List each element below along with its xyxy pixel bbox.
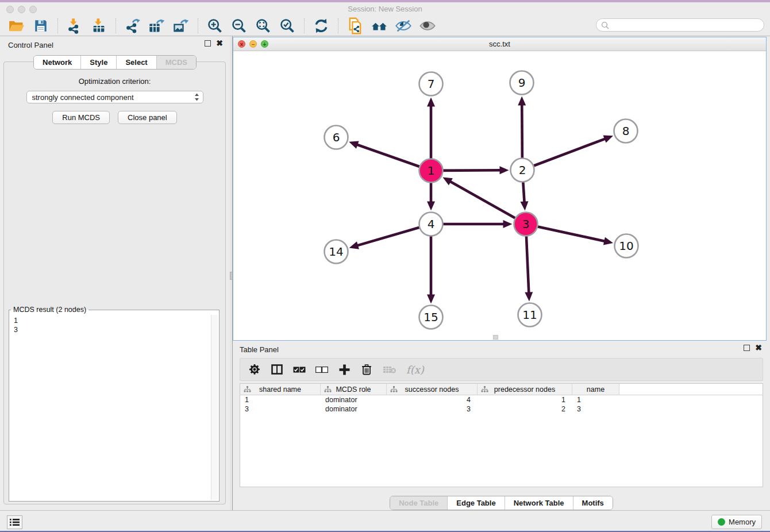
delete-columns-icon[interactable] [360,363,373,376]
show-columns-icon[interactable] [271,363,283,376]
search-icon [601,21,609,29]
import-network-icon[interactable] [66,17,83,34]
tab-select[interactable]: Select [117,56,156,69]
export-image-icon[interactable] [172,17,190,34]
table-cell[interactable]: 3 [572,404,619,414]
app-titlebar: Session: New Session [0,2,770,16]
float-table-panel-icon[interactable] [744,345,750,351]
graph-node-8[interactable]: 8 [614,119,638,143]
graph-edge-arrowhead [503,220,513,228]
table-cell[interactable]: 3 [387,404,478,414]
table-row[interactable]: 1dominator411 [240,395,763,404]
table-cell[interactable]: 2 [478,404,572,414]
toolbar-separator [198,18,198,33]
graph-edge-3-1[interactable] [449,180,526,224]
table-toolbar: f(x) [240,358,763,381]
table-cell[interactable]: 1 [240,395,321,404]
column-header-successor-nodes[interactable]: successor nodes [387,384,478,395]
close-panel-icon[interactable]: ✖ [216,40,223,47]
status-bar: Memory [0,510,770,532]
open-session-icon[interactable] [8,17,25,34]
mcds-result-title: MCDS result (2 nodes) [11,306,88,314]
table-row[interactable]: 3dominator323 [240,404,763,414]
canvas-scrollbar-handle[interactable] [493,335,498,340]
column-header-MCDS-role[interactable]: MCDS role [321,384,387,395]
close-panel-button[interactable]: Close panel [118,111,177,124]
table-cell[interactable]: 3 [240,404,321,414]
table-cell[interactable]: 4 [387,395,478,404]
run-mcds-button[interactable]: Run MCDS [52,111,110,124]
graph-node-10[interactable]: 10 [615,234,638,258]
table-cell[interactable]: dominator [321,395,387,404]
export-table-icon[interactable] [148,17,165,34]
graph-node-1[interactable]: 1 [419,159,443,183]
float-panel-icon[interactable] [205,40,211,47]
graph-node-9[interactable]: 9 [510,71,534,95]
graph-edge-arrowhead [603,237,613,245]
table-cell[interactable]: 1 [572,395,619,404]
zoom-fit-icon[interactable] [255,17,272,34]
table-mode-gear-icon[interactable] [248,363,261,376]
save-session-icon[interactable] [32,17,49,34]
graph-node-11[interactable]: 11 [518,303,542,327]
search-input[interactable] [596,18,764,32]
tab-edge-table[interactable]: Edge Table [448,496,505,510]
graph-node-7[interactable]: 7 [419,72,443,96]
graph-node-6[interactable]: 6 [325,126,348,149]
table-cell[interactable]: 1 [478,395,572,404]
new-network-icon[interactable] [124,17,141,34]
network-window-titlebar[interactable]: × – + scc.txt [233,37,766,51]
graph-node-2[interactable]: 2 [511,159,534,182]
table-cell[interactable]: dominator [321,404,387,414]
show-all-eye-icon[interactable] [419,17,436,34]
create-column-icon[interactable] [338,363,351,376]
column-header-label: MCDS role [336,385,371,394]
select-all-rows-icon[interactable] [293,363,306,376]
memory-button[interactable]: Memory [711,515,762,529]
tab-mcds[interactable]: MCDS [157,56,196,69]
zoom-out-icon[interactable] [230,17,248,34]
deselect-all-rows-icon[interactable] [315,363,328,376]
network-window: × – + scc.txt 7968124314101511 [233,37,767,341]
tab-style[interactable]: Style [81,56,117,69]
hide-selected-eye-icon[interactable] [395,17,412,34]
network-canvas[interactable]: 7968124314101511 [233,51,766,340]
table-rows: 1dominator4113dominator323 [240,395,763,414]
tab-motifs[interactable]: Motifs [573,496,613,510]
graph-edge-arrowhead [349,141,359,148]
graph-node-3[interactable]: 3 [514,213,538,236]
graph-node-14[interactable]: 14 [325,240,348,264]
graph-node-label: 8 [622,124,630,138]
network-graph[interactable]: 7968124314101511 [233,51,766,340]
shared-column-icon [324,385,332,393]
zoom-in-icon[interactable] [206,17,224,34]
graph-edge-arrowhead [520,201,528,210]
tab-network[interactable]: Network [34,56,81,69]
close-table-panel-icon[interactable]: ✖ [755,345,762,351]
graph-edge-2-8[interactable] [522,138,607,170]
column-header-predecessor-nodes[interactable]: predecessor nodes [478,384,572,395]
graph-node-label: 1 [428,164,435,178]
graph-edge-arrowhead [499,166,509,174]
graph-node-4[interactable]: 4 [419,213,443,236]
graph-node-label: 10 [619,239,633,253]
duplicate-network-icon[interactable] [346,17,364,34]
column-header-name[interactable]: name [572,384,619,395]
refresh-icon[interactable] [313,17,330,34]
criterion-dropdown[interactable]: strongly connected component [26,91,203,103]
graph-node-label: 4 [428,217,435,231]
import-table-icon[interactable] [90,17,107,34]
first-neighbors-icon[interactable] [371,17,388,34]
tab-network-table[interactable]: Network Table [505,496,573,510]
graph-node-label: 15 [424,310,438,324]
optimization-criterion-label: Optimization criterion: [4,77,225,86]
result-scrollbar[interactable] [211,315,218,500]
zoom-selected-icon[interactable] [279,17,296,34]
graph-edge-arrowhead [349,241,359,249]
tab-node-table[interactable]: Node Table [390,496,448,510]
task-history-button[interactable] [7,515,22,529]
graph-edge-arrowhead [525,292,533,301]
control-panel: Control Panel ✖ Network Style Select MCD… [0,36,230,510]
column-header-shared-name[interactable]: shared name [240,384,321,395]
graph-node-15[interactable]: 15 [419,306,443,329]
